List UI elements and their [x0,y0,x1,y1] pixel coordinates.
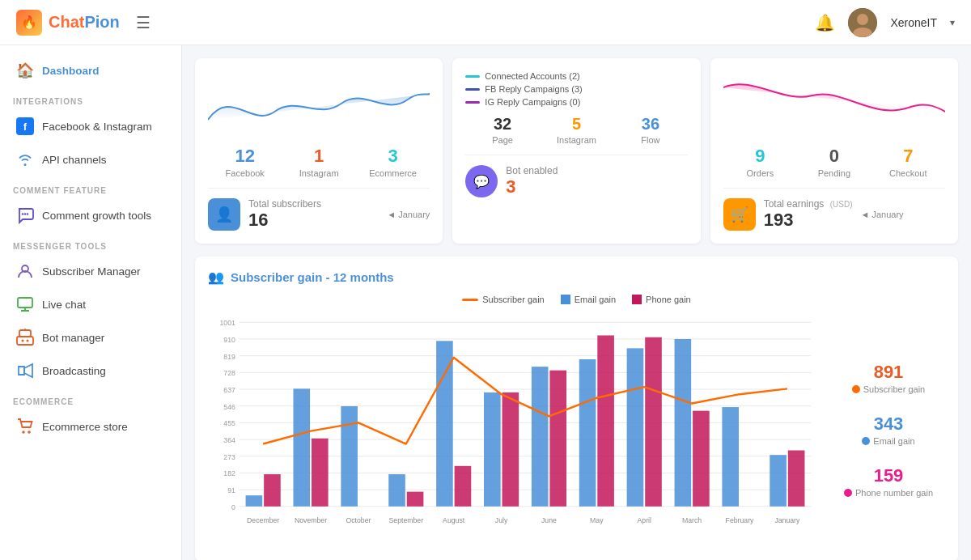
earnings-row: 🛒 Total earnings (USD) 193 ◄ January [723,188,945,231]
legend-connected: Connected Accounts (2) [465,71,687,81]
pending-count: 0 [797,146,871,167]
logo: 🔥 ChatPion [16,10,120,36]
svg-point-10 [22,340,24,342]
svg-text:June: June [541,516,557,524]
stats-row-3: 9 Orders 0 Pending 7 Checkout [723,146,945,178]
svg-point-14 [22,431,25,434]
comment-feature-label: COMMENT FEATURE [0,176,181,198]
earnings-count: 193 [764,210,853,231]
svg-rect-60 [693,411,710,507]
orders-label: Orders [723,168,797,178]
card-subscribers: 12 Facebook 1 Instagram 3 Ecommerce 👤 [195,58,443,244]
legend-fb-text: FB Reply Campaigns (3) [485,84,582,94]
email-gain-num: 343 [832,414,945,435]
svg-rect-46 [532,367,549,507]
wifi-icon [16,151,34,168]
sidebar-item-botmanager[interactable]: Bot manager [3,321,178,354]
bot-label: Bot enabled [506,165,558,176]
svg-text:364: 364 [223,436,235,444]
chart-area: 0911822733644555466377288199101001Decemb… [208,311,819,549]
legend-subscriber-label: Subscriber gain [482,295,544,304]
sidebar-item-api[interactable]: API channels [3,143,178,176]
svg-text:1001: 1001 [220,319,236,327]
svg-text:February: February [726,516,754,524]
bot-text: Bot enabled 3 [506,165,558,197]
svg-point-5 [27,213,28,214]
sidebar-item-facebook[interactable]: f Facebook & Instagram [3,110,178,142]
sidebar-item-livechat[interactable]: Live chat [3,288,178,320]
legend-email-label: Email gain [575,295,616,304]
facebook-label: Facebook [208,168,282,178]
broadcasting-icon [16,362,34,380]
legend-ig-text: IG Reply Campaigns (0) [485,97,580,107]
sidebar-item-ecommerce[interactable]: Ecommerce store [3,410,178,443]
svg-point-11 [27,340,29,342]
svg-rect-61 [788,450,805,506]
svg-text:728: 728 [223,369,235,377]
sidebar-item-dashboard[interactable]: 🏠 Dashboard [3,54,178,87]
legend-email-gain: Email gain [561,295,616,304]
svg-rect-56 [502,392,519,507]
email-gain-label: Email gain [873,436,914,446]
page-label: Page [465,135,539,145]
flow-count: 36 [613,115,687,134]
chart-legend: Subscriber gain Email gain Phone gain [208,295,945,304]
svg-marker-12 [19,367,24,375]
stat-flow: 36 Flow [613,115,687,145]
ecommerce-section-label: ECOMMERCE [0,388,181,409]
subscriber-gain-num: 891 [832,362,945,383]
sidebar-item-subscriber[interactable]: Subscriber Manager [3,255,178,287]
gain-title: Subscriber gain - 12 months [231,270,394,284]
header: 🔥 ChatPion ☰ 🔔 XeroneIT ▾ [0,0,971,45]
stats-row-2: 32 Page 5 Instagram 36 Flow [465,115,687,145]
stat-ecommerce: 3 Ecommerce [356,146,430,178]
dot-pink [844,489,852,497]
subscriber-gain-desc: Subscriber gain [832,384,945,394]
svg-rect-52 [264,474,281,507]
svg-text:455: 455 [223,419,235,427]
stat-facebook: 12 Facebook [208,146,282,178]
sidebar: 🏠 Dashboard INTEGRATIONS f Facebook & In… [0,45,182,560]
sidebar-label-facebook: Facebook & Instagram [42,121,152,133]
email-gain-desc: Email gain [832,436,945,446]
header-right: 🔔 XeroneIT ▾ [815,8,955,37]
svg-text:May: May [590,516,604,524]
mini-chart-1 [208,71,430,136]
legend-line-orange [462,299,478,301]
legend-fb-reply: FB Reply Campaigns (3) [465,84,687,94]
phone-gain-desc: Phone number gain [832,488,945,498]
sidebar-item-broadcasting[interactable]: Broadcasting [3,354,178,387]
bot-count: 3 [506,176,558,197]
stat-page: 32 Page [465,115,539,145]
dot-blue [862,437,870,445]
comment-icon [16,206,34,224]
sidebar-label-subscriber: Subscriber Manager [42,265,141,278]
svg-rect-40 [246,495,263,507]
stat-orders: 9 Orders [723,146,797,178]
ecommerce-label: Ecommerce [356,168,430,178]
checkout-count: 7 [871,146,945,167]
mini-chart-3 [723,71,945,136]
sidebar-item-comment[interactable]: Comment growth tools [3,199,178,231]
stat-checkout: 7 Checkout [871,146,945,178]
bell-icon[interactable]: 🔔 [815,13,835,32]
legend-dot-cyan [465,75,480,78]
legend-dot-purple [465,101,480,104]
legend-phone-gain: Phone gain [632,295,691,304]
svg-text:910: 910 [223,336,235,344]
body: 🏠 Dashboard INTEGRATIONS f Facebook & In… [0,45,971,560]
earnings-usd: (USD) [830,200,853,209]
earnings-label: Total earnings (USD) [764,198,853,210]
instagram-count: 1 [282,146,355,167]
main-content: 12 Facebook 1 Instagram 3 Ecommerce 👤 [182,45,971,560]
user-dropdown-icon[interactable]: ▾ [950,17,955,28]
phone-gain-label: Phone number gain [855,488,933,498]
user-name[interactable]: XeroneIT [890,16,937,29]
svg-rect-50 [722,407,739,507]
svg-rect-51 [770,455,787,507]
svg-rect-54 [407,492,424,507]
orders-count: 9 [723,146,797,167]
svg-text:September: September [389,516,424,524]
hamburger-icon[interactable]: ☰ [136,13,151,32]
svg-rect-53 [312,439,329,507]
